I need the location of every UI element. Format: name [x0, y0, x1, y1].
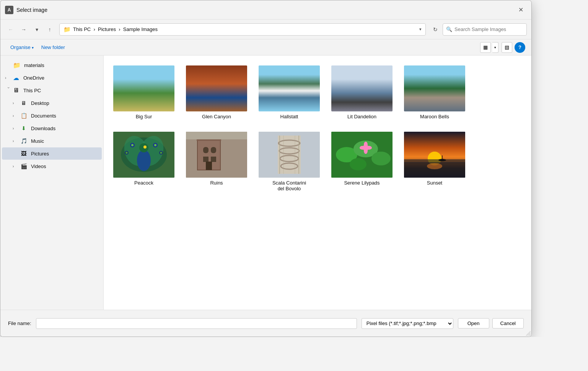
- view-icon-button[interactable]: ▦: [480, 42, 491, 53]
- file-item-peacock[interactable]: Peacock: [111, 129, 176, 194]
- svg-point-14: [160, 152, 162, 154]
- svg-rect-21: [211, 157, 216, 162]
- sidebar-item-documents[interactable]: › 📋 Documents: [2, 110, 102, 122]
- close-button[interactable]: ✕: [515, 4, 527, 16]
- onedrive-icon: ☁: [12, 74, 20, 82]
- view-buttons: ▦ ▾ ▧: [480, 42, 512, 53]
- breadcrumb-dropdown-icon[interactable]: ▾: [419, 27, 422, 32]
- file-thumbnail-big-sur: [113, 65, 174, 111]
- file-thumbnail-serene: [331, 132, 393, 178]
- file-thumbnail-sunset: [404, 132, 465, 178]
- file-name-serene: Serene Lilypads: [344, 180, 380, 186]
- sidebar-item-label: Desktop: [31, 100, 49, 106]
- desktop-icon: 🖥: [20, 99, 28, 107]
- file-item-hallstatt[interactable]: Hallstatt: [257, 63, 322, 122]
- peacock-svg: [113, 132, 174, 178]
- sidebar-item-desktop[interactable]: › 🖥 Desktop: [2, 97, 102, 109]
- sidebar-item-materials[interactable]: 📁 materials: [2, 59, 102, 71]
- back-button[interactable]: ←: [5, 24, 16, 35]
- sidebar-item-label: Downloads: [31, 126, 55, 131]
- file-item-big-sur[interactable]: Big Sur: [111, 63, 176, 122]
- expand-arrow-icon[interactable]: ›: [13, 114, 20, 118]
- music-icon: 🎵: [20, 137, 28, 145]
- expand-arrow-icon[interactable]: ›: [5, 76, 12, 80]
- file-item-lit-dandelion[interactable]: Lit Dandelion: [329, 63, 394, 122]
- select-image-dialog: A Select image ✕ ← → ▾ ↑ 📁 This PC › Pic…: [0, 0, 532, 337]
- svg-point-10: [154, 144, 156, 146]
- expand-arrow-icon[interactable]: ›: [7, 87, 11, 94]
- cancel-button[interactable]: Cancel: [492, 318, 524, 329]
- action-buttons: Open Cancel: [458, 318, 524, 329]
- sidebar-item-downloads[interactable]: › ⬇ Downloads: [2, 122, 102, 134]
- sidebar-item-label: This PC: [23, 88, 41, 93]
- file-item-ruins[interactable]: Ruins: [184, 129, 249, 194]
- file-name-peacock: Peacock: [134, 180, 153, 186]
- sidebar-item-label: Pictures: [31, 151, 49, 157]
- sidebar-item-this-pc[interactable]: › 🖥 This PC: [2, 84, 102, 96]
- resize-grip[interactable]: [525, 330, 531, 336]
- sidebar: 📁 materials › ☁ OneDrive › 🖥 This PC › 🖥…: [0, 56, 104, 310]
- organise-button[interactable]: Organise▾: [7, 43, 37, 52]
- sidebar-item-onedrive[interactable]: › ☁ OneDrive: [2, 72, 102, 84]
- file-item-scala[interactable]: Scala Contarinidel Bovolo: [257, 129, 322, 194]
- svg-rect-20: [203, 157, 208, 162]
- dropdown-button[interactable]: ▾: [31, 24, 42, 35]
- svg-point-49: [427, 163, 442, 169]
- file-thumbnail-scala: [259, 132, 320, 178]
- file-item-serene[interactable]: Serene Lilypads: [329, 129, 394, 194]
- dialog-title: Select image: [16, 7, 515, 13]
- file-thumbnail-peacock: [113, 132, 174, 178]
- videos-icon: 🎬: [20, 162, 28, 170]
- downloads-icon: ⬇: [20, 124, 28, 132]
- documents-icon: 📋: [20, 111, 28, 120]
- expand-arrow-icon[interactable]: ›: [13, 126, 20, 131]
- file-grid-container: Big Sur Glen Canyon Hallstatt Lit Dandel…: [104, 56, 531, 310]
- file-item-sunset[interactable]: Sunset: [402, 129, 467, 194]
- sidebar-item-pictures[interactable]: › 🖼 Pictures: [2, 147, 102, 160]
- file-item-glen-canyon[interactable]: Glen Canyon: [184, 63, 249, 122]
- svg-rect-19: [211, 147, 216, 153]
- filename-input[interactable]: [36, 318, 357, 329]
- expand-arrow-icon[interactable]: ›: [13, 164, 20, 168]
- svg-point-12: [126, 152, 128, 154]
- pictures-icon: 🖼: [20, 149, 28, 158]
- help-button[interactable]: ?: [515, 42, 525, 53]
- view-caret-button[interactable]: ▾: [492, 42, 498, 53]
- expand-arrow-icon[interactable]: ›: [13, 101, 20, 105]
- file-name-sunset: Sunset: [427, 180, 442, 186]
- forward-button[interactable]: →: [18, 24, 29, 35]
- sidebar-item-label: materials: [24, 62, 44, 68]
- sidebar-item-label: Music: [31, 138, 44, 144]
- sunset-svg: [404, 132, 465, 178]
- filetype-select[interactable]: Pixel files (*.tif;*.jpg;*.png;*.bmp All…: [362, 318, 453, 329]
- file-thumbnail-hallstatt: [259, 65, 320, 111]
- title-bar: A Select image ✕: [0, 0, 531, 20]
- toolbar: Organise▾ New folder ▦ ▾ ▧ ?: [0, 39, 531, 56]
- up-button[interactable]: ↑: [44, 24, 55, 35]
- scala-svg: [259, 132, 320, 178]
- svg-point-4: [137, 150, 151, 171]
- sidebar-item-music[interactable]: › 🎵 Music: [2, 135, 102, 147]
- svg-rect-24: [186, 132, 247, 139]
- refresh-button[interactable]: ↻: [430, 24, 441, 35]
- breadcrumb-bar[interactable]: 📁 This PC › Pictures › Sample Images ▾: [59, 23, 426, 36]
- svg-rect-50: [404, 159, 465, 163]
- svg-point-45: [360, 146, 366, 150]
- folder-icon: 📁: [13, 61, 21, 69]
- svg-rect-22: [206, 162, 212, 170]
- svg-point-8: [131, 144, 134, 146]
- file-name-ruins: Ruins: [210, 180, 223, 186]
- view-pane-button[interactable]: ▧: [502, 42, 512, 53]
- search-input[interactable]: [454, 26, 523, 32]
- file-item-maroon-bells[interactable]: Maroon Bells: [402, 63, 467, 122]
- file-name-maroon-bells: Maroon Bells: [420, 114, 449, 119]
- new-folder-button[interactable]: New folder: [37, 43, 69, 52]
- breadcrumb-path: This PC › Pictures › Sample Images: [73, 26, 419, 32]
- file-thumbnail-lit-dandelion: [331, 65, 393, 111]
- open-button[interactable]: Open: [458, 318, 489, 329]
- sidebar-item-videos[interactable]: › 🎬 Videos: [2, 160, 102, 172]
- sidebar-item-label: OneDrive: [23, 75, 44, 81]
- expand-arrow-icon[interactable]: ›: [13, 139, 20, 143]
- sidebar-item-label: Videos: [31, 163, 46, 169]
- file-name-glen-canyon: Glen Canyon: [202, 114, 231, 119]
